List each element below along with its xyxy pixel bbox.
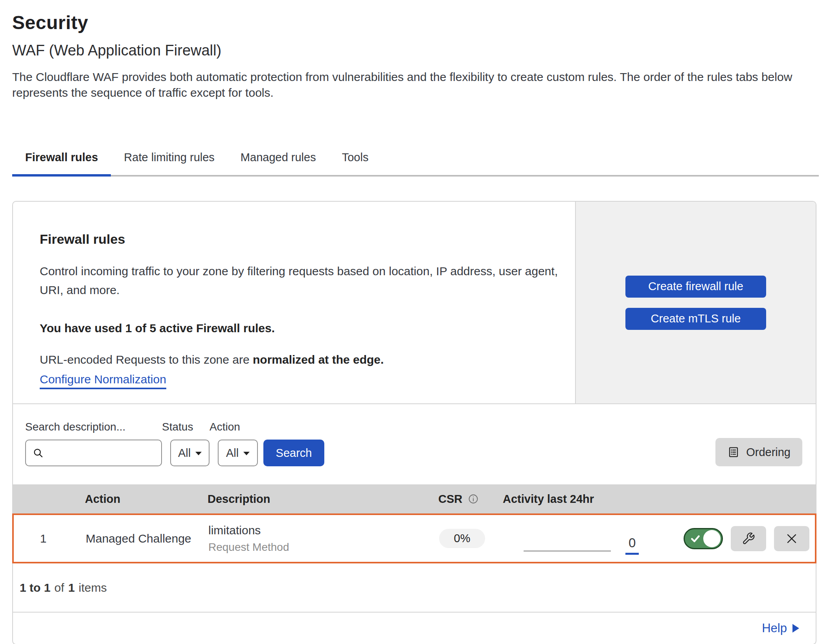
create-rules-panel: Create firewall rule Create mTLS rule bbox=[575, 202, 816, 403]
csr-badge: 0% bbox=[439, 529, 485, 548]
firewall-rule-row[interactable]: 1 Managed Challenge limitations Request … bbox=[12, 513, 816, 563]
filter-bar: Search description... Status All Action … bbox=[13, 404, 816, 484]
search-button[interactable]: Search bbox=[263, 440, 324, 466]
rule-action: Managed Challenge bbox=[73, 532, 195, 545]
page-subtitle: WAF (Web Application Firewall) bbox=[12, 42, 819, 59]
security-waf-page: Security WAF (Web Application Firewall) … bbox=[0, 0, 831, 644]
chevron-down-icon bbox=[195, 452, 202, 455]
tab-rate-limiting-rules[interactable]: Rate limiting rules bbox=[111, 148, 227, 177]
edit-rule-button[interactable] bbox=[731, 526, 766, 551]
create-mtls-rule-button[interactable]: Create mTLS rule bbox=[625, 308, 766, 330]
usage-text: You have used 1 of 5 active Firewall rul… bbox=[40, 322, 559, 335]
ordering-list-icon bbox=[727, 446, 740, 458]
check-icon bbox=[689, 533, 701, 545]
pagination: 1 to 1 of 1 items bbox=[13, 563, 816, 613]
toggle-knob bbox=[703, 530, 721, 547]
activity-count-link[interactable]: 0 bbox=[625, 535, 639, 555]
page-title: Security bbox=[12, 0, 819, 33]
help-link[interactable]: Help bbox=[762, 621, 799, 635]
tab-bar: Firewall rules Rate limiting rules Manag… bbox=[12, 148, 819, 177]
info-icon[interactable] bbox=[468, 493, 479, 504]
activity-sparkline bbox=[524, 550, 611, 552]
status-select[interactable]: All bbox=[170, 440, 210, 466]
action-label: Action bbox=[210, 421, 258, 433]
ordering-button[interactable]: Ordering bbox=[715, 438, 802, 466]
status-label: Status bbox=[162, 421, 210, 433]
tab-tools[interactable]: Tools bbox=[329, 148, 382, 177]
rule-description: limitations bbox=[208, 524, 425, 537]
rule-priority: 1 bbox=[14, 532, 73, 545]
card-heading: Firewall rules bbox=[40, 232, 559, 247]
tab-firewall-rules[interactable]: Firewall rules bbox=[12, 148, 111, 177]
page-description: The Cloudflare WAF provides both automat… bbox=[12, 69, 818, 101]
pagination-range: 1 to 1 bbox=[20, 581, 50, 594]
delete-rule-button[interactable] bbox=[774, 526, 809, 551]
arrow-right-icon bbox=[792, 624, 799, 633]
firewall-rules-summary-section: Firewall rules Control incoming traffic … bbox=[13, 202, 816, 404]
normalization-text: URL-encoded Requests to this zone are no… bbox=[40, 353, 559, 366]
header-action: Action bbox=[72, 493, 195, 506]
header-description: Description bbox=[195, 493, 425, 506]
search-icon bbox=[32, 447, 44, 459]
search-box[interactable] bbox=[25, 440, 162, 466]
rule-description-sub: Request Method bbox=[208, 541, 425, 554]
chevron-down-icon bbox=[243, 452, 250, 455]
rule-enabled-toggle[interactable] bbox=[684, 528, 723, 549]
create-firewall-rule-button[interactable]: Create firewall rule bbox=[625, 276, 766, 298]
firewall-rules-card: Firewall rules Control incoming traffic … bbox=[12, 201, 816, 644]
tab-managed-rules[interactable]: Managed rules bbox=[228, 148, 329, 177]
wrench-icon bbox=[742, 532, 755, 545]
x-icon bbox=[785, 532, 798, 545]
search-label: Search description... bbox=[25, 421, 162, 433]
action-select[interactable]: All bbox=[218, 440, 258, 466]
table-header: Action Description CSR Activity last 24h… bbox=[13, 484, 816, 513]
header-csr: CSR bbox=[438, 493, 462, 506]
card-description: Control incoming traffic to your zone by… bbox=[40, 262, 559, 300]
configure-normalization-link[interactable]: Configure Normalization bbox=[40, 373, 166, 389]
header-activity: Activity last 24hr bbox=[498, 493, 677, 506]
pagination-total: 1 bbox=[68, 581, 75, 594]
